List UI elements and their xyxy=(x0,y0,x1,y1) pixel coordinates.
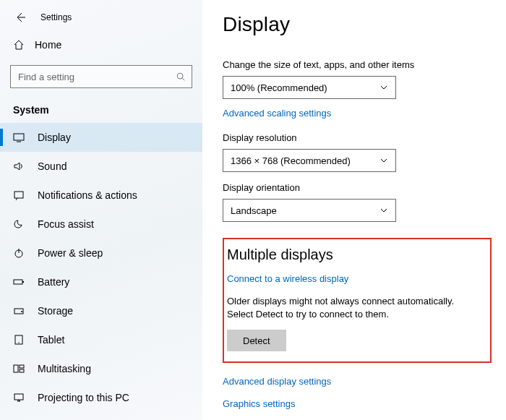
titlebar: Settings xyxy=(0,4,202,30)
orientation-value: Landscape xyxy=(231,205,277,216)
sidebar-item-battery[interactable]: Battery xyxy=(0,267,202,296)
orientation-field: Display orientation Landscape xyxy=(223,182,486,222)
scale-label: Change the size of text, apps, and other… xyxy=(223,59,486,70)
scale-value: 100% (Recommended) xyxy=(231,82,327,93)
sound-icon xyxy=(13,160,25,172)
projecting-icon xyxy=(13,392,25,403)
orientation-combobox[interactable]: Landscape xyxy=(223,199,396,222)
back-button[interactable] xyxy=(10,7,30,27)
scale-combobox[interactable]: 100% (Recommended) xyxy=(223,76,396,99)
chevron-down-icon xyxy=(380,156,388,165)
main-content: Display Scale and layout Change the size… xyxy=(202,0,506,420)
app-title: Settings xyxy=(40,12,72,22)
scale-field: Change the size of text, apps, and other… xyxy=(223,59,486,99)
svg-point-0 xyxy=(177,73,183,79)
detect-button[interactable]: Detect xyxy=(227,330,286,351)
svg-point-7 xyxy=(21,311,22,312)
graphics-settings-link[interactable]: Graphics settings xyxy=(223,398,486,409)
svg-rect-11 xyxy=(20,365,24,368)
chevron-down-icon xyxy=(380,83,388,92)
search-row xyxy=(0,59,202,95)
svg-rect-5 xyxy=(22,281,24,283)
sidebar-item-sound[interactable]: Sound xyxy=(0,152,202,181)
svg-rect-2 xyxy=(14,192,23,198)
orientation-label: Display orientation xyxy=(223,182,486,193)
svg-rect-1 xyxy=(14,134,24,140)
chevron-down-icon xyxy=(380,206,388,215)
svg-rect-13 xyxy=(14,394,23,400)
sidebar-item-display[interactable]: Display xyxy=(0,123,202,152)
older-displays-text: Older displays might not always connect … xyxy=(227,295,481,321)
svg-rect-10 xyxy=(14,365,18,372)
display-icon xyxy=(13,132,25,143)
home-label: Home xyxy=(35,39,61,51)
search-input[interactable] xyxy=(17,72,176,82)
sidebar-item-storage[interactable]: Storage xyxy=(0,296,202,325)
multiple-displays-highlight: Multiple displays Connect to a wireless … xyxy=(223,238,492,363)
sidebar: Settings Home System Display Sound Notif… xyxy=(0,0,202,420)
sidebar-item-focus-assist[interactable]: Focus assist xyxy=(0,210,202,239)
storage-icon xyxy=(13,305,25,317)
resolution-label: Display resolution xyxy=(223,132,486,143)
advanced-display-link[interactable]: Advanced display settings xyxy=(223,376,486,387)
sidebar-item-tablet[interactable]: Tablet xyxy=(0,325,202,354)
sidebar-item-multitasking[interactable]: Multitasking xyxy=(0,354,202,383)
resolution-value: 1366 × 768 (Recommended) xyxy=(231,155,351,166)
home-icon xyxy=(13,39,25,51)
sidebar-item-notifications[interactable]: Notifications & actions xyxy=(0,181,202,210)
search-icon xyxy=(176,72,186,82)
resolution-field: Display resolution 1366 × 768 (Recommend… xyxy=(223,132,486,172)
sidebar-item-home[interactable]: Home xyxy=(0,30,202,59)
svg-rect-12 xyxy=(20,369,24,372)
nav-list: Display Sound Notifications & actions Fo… xyxy=(0,123,202,420)
advanced-scaling-link[interactable]: Advanced scaling settings xyxy=(223,108,331,119)
power-icon xyxy=(13,247,25,259)
sidebar-item-projecting[interactable]: Projecting to this PC xyxy=(0,383,202,412)
search-box[interactable] xyxy=(10,65,192,88)
multitasking-icon xyxy=(13,363,25,374)
sidebar-item-power-sleep[interactable]: Power & sleep xyxy=(0,239,202,267)
svg-point-9 xyxy=(18,342,19,343)
notifications-icon xyxy=(13,189,25,201)
scale-layout-heading: Scale and layout xyxy=(223,32,486,42)
multiple-displays-heading: Multiple displays xyxy=(227,247,481,263)
resolution-combobox[interactable]: 1366 × 768 (Recommended) xyxy=(223,149,396,172)
battery-icon xyxy=(13,276,25,288)
arrow-left-icon xyxy=(14,12,26,23)
svg-rect-4 xyxy=(14,280,22,284)
tablet-icon xyxy=(13,334,25,346)
section-header: System xyxy=(0,95,202,123)
focus-assist-icon xyxy=(13,218,25,230)
connect-wireless-link[interactable]: Connect to a wireless display xyxy=(227,273,348,284)
